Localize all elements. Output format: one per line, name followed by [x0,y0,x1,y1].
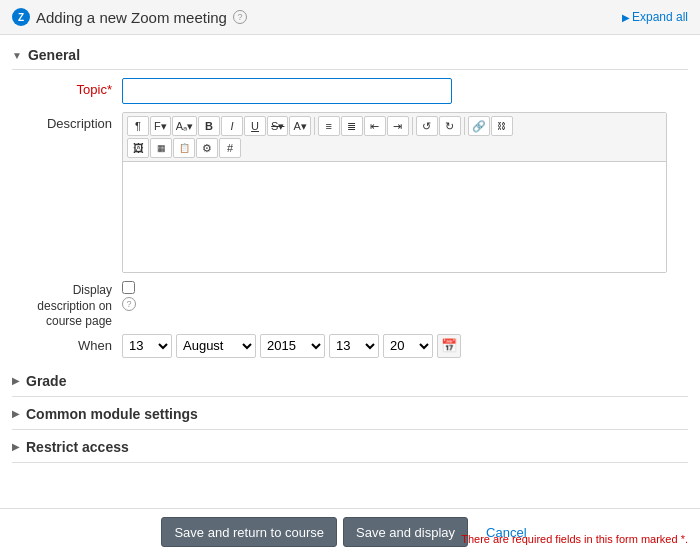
page-help-icon[interactable]: ? [233,10,247,24]
tb-link-btn[interactable]: 🔗 [468,116,490,136]
expand-all-link[interactable]: ▶Expand all [622,10,688,24]
topic-input[interactable] [122,78,452,104]
required-notice: There are required fields in this form m… [461,533,688,545]
when-row: When 13 August 2015 13 20 📅 [12,334,688,358]
topic-row: Topic* [12,78,688,104]
tb-font-dropdown[interactable]: F▾ [150,116,171,136]
footer-bar: Save and return to course Save and displ… [0,508,700,555]
tb-image-btn[interactable]: 🖼 [127,138,149,158]
tb-underline-btn[interactable]: U [244,116,266,136]
page-title: Adding a new Zoom meeting [36,9,227,26]
tb-sep-1 [314,117,315,135]
tb-sep-2 [412,117,413,135]
tb-hash-btn[interactable]: # [219,138,241,158]
tb-paste-btn[interactable]: 📋 [173,138,195,158]
expand-icon: ▶ [622,12,630,23]
restrict-access-toggle-icon: ▶ [12,441,20,452]
description-row: Description ¶ F▾ Aₐ▾ B I U S▾ A▾ [12,112,688,273]
tb-indent-dec-btn[interactable]: ⇤ [364,116,386,136]
when-hour-select[interactable]: 13 [122,334,172,358]
tb-emote-btn[interactable]: ⚙ [196,138,218,158]
tb-color-dropdown[interactable]: A▾ [289,116,310,136]
display-desc-help-icon[interactable]: ? [122,297,136,311]
grade-toggle-icon: ▶ [12,375,20,386]
tb-table-btn[interactable]: ▦ [150,138,172,158]
editor-container: ¶ F▾ Aₐ▾ B I U S▾ A▾ ≡ ≣ ⇤ ⇥ [122,112,667,273]
topic-label: Topic* [12,78,122,97]
when-controls: 13 August 2015 13 20 📅 [122,334,461,358]
when-hour2-select[interactable]: 13 [329,334,379,358]
tb-unlink-btn[interactable]: ⛓ [491,116,513,136]
save-display-button[interactable]: Save and display [343,517,468,547]
tb-bold-btn[interactable]: B [198,116,220,136]
page-header: Z Adding a new Zoom meeting ? ▶Expand al… [0,0,700,35]
save-return-button[interactable]: Save and return to course [161,517,337,547]
tb-ol-btn[interactable]: ≣ [341,116,363,136]
tb-ul-btn[interactable]: ≡ [318,116,340,136]
grade-section-header[interactable]: ▶ Grade [12,366,688,397]
when-label: When [12,338,122,353]
tb-paragraph-btn[interactable]: ¶ [127,116,149,136]
common-module-section-header[interactable]: ▶ Common module settings [12,399,688,430]
when-month-select[interactable]: August [176,334,256,358]
display-desc-control: ? [122,281,136,311]
common-module-toggle-icon: ▶ [12,408,20,419]
grade-section-title: Grade [26,373,66,389]
general-section-title: General [28,47,80,63]
restrict-access-section-header[interactable]: ▶ Restrict access [12,432,688,463]
toolbar-row-1: ¶ F▾ Aₐ▾ B I U S▾ A▾ ≡ ≣ ⇤ ⇥ [127,116,662,136]
tb-indent-inc-btn[interactable]: ⇥ [387,116,409,136]
common-module-section-title: Common module settings [26,406,198,422]
tb-undo-btn[interactable]: ↺ [416,116,438,136]
tb-size-dropdown[interactable]: Aₐ▾ [172,116,197,136]
description-label: Description [12,112,122,131]
description-control-wrap: ¶ F▾ Aₐ▾ B I U S▾ A▾ ≡ ≣ ⇤ ⇥ [122,112,688,273]
restrict-access-section-title: Restrict access [26,439,129,455]
tb-sep-3 [464,117,465,135]
calendar-btn[interactable]: 📅 [437,334,461,358]
display-desc-label: Display description on course page [12,281,122,330]
tb-redo-btn[interactable]: ↻ [439,116,461,136]
general-section-header[interactable]: ▼ General [12,39,688,70]
when-year-select[interactable]: 2015 [260,334,325,358]
display-desc-row: Display description on course page ? [12,281,688,330]
tb-strikethrough-dropdown[interactable]: S▾ [267,116,288,136]
zoom-icon: Z [12,8,30,26]
editor-body[interactable] [123,162,666,272]
display-desc-checkbox[interactable] [122,281,135,294]
general-toggle-icon: ▼ [12,50,22,61]
when-minute-select[interactable]: 20 [383,334,433,358]
toolbar-row-2: 🖼 ▦ 📋 ⚙ # [127,138,662,158]
tb-italic-btn[interactable]: I [221,116,243,136]
topic-control-wrap [122,78,688,104]
editor-toolbar: ¶ F▾ Aₐ▾ B I U S▾ A▾ ≡ ≣ ⇤ ⇥ [123,113,666,162]
